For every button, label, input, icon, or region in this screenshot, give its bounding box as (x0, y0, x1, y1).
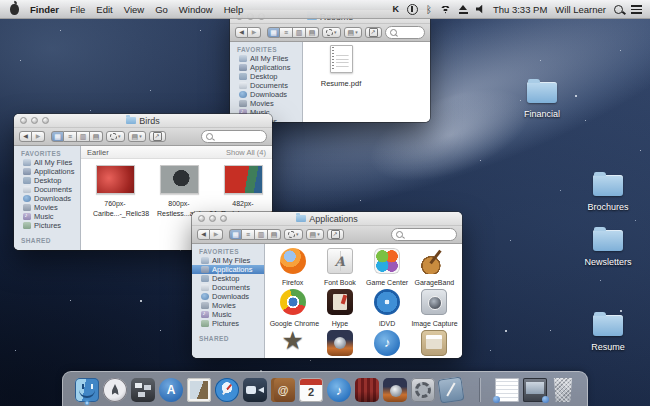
column-view-button[interactable]: ▥ (255, 229, 268, 240)
dock-item-safari[interactable] (215, 376, 240, 402)
dock-item-calendar[interactable] (299, 376, 324, 402)
dock-item-launchpad[interactable] (103, 376, 128, 402)
app-hype[interactable]: Hype (317, 289, 363, 327)
image-file-bird3[interactable]: 482px- Red_Lor...ornea)-6 (221, 165, 265, 218)
volume-icon[interactable] (476, 5, 485, 14)
sidebar-item-all-my-files[interactable]: All My Files (14, 158, 80, 167)
dock-item-photobooth[interactable] (355, 376, 380, 402)
share-button[interactable]: ↗ (365, 27, 382, 38)
menu-bar-clock[interactable]: Thu 3:33 PM (493, 4, 547, 15)
action-button[interactable]: ▾ (322, 27, 341, 38)
sidebar-item-applications[interactable]: Applications (230, 63, 302, 72)
share-button[interactable]: ↗ (327, 229, 344, 240)
arrange-button[interactable]: ▤▾ (306, 229, 324, 240)
forward-button[interactable]: ▶ (32, 131, 45, 142)
notification-center-icon[interactable] (631, 5, 642, 14)
column-view-button[interactable]: ▥ (77, 131, 90, 142)
user-menu[interactable]: Will Learner (555, 4, 606, 15)
zoom-button[interactable] (220, 215, 227, 222)
app-image-capture[interactable]: Image Capture (411, 289, 457, 327)
dock-item-textedit[interactable] (439, 376, 464, 402)
icon-view-button[interactable]: ▦ (51, 131, 64, 142)
sidebar-item-applications[interactable]: Applications (192, 265, 264, 274)
app-imovie[interactable]: iMovie (270, 330, 316, 358)
menu-window[interactable]: Window (179, 4, 213, 15)
sidebar-item-desktop[interactable]: Desktop (14, 176, 80, 185)
app-google-chrome[interactable]: Google Chrome (270, 289, 316, 327)
universal-access-icon[interactable] (407, 4, 418, 15)
action-button[interactable]: ▾ (284, 229, 303, 240)
zoom-button[interactable] (42, 117, 49, 124)
titlebar[interactable]: Applications (192, 212, 462, 226)
wifi-icon[interactable] (440, 5, 451, 14)
app-garageband[interactable]: GarageBand (411, 248, 457, 286)
sidebar-item-downloads[interactable]: Downloads (230, 90, 302, 99)
app-iweb[interactable]: iWeb (411, 330, 457, 358)
menu-finder[interactable]: Finder (30, 4, 59, 15)
sidebar-item-all-my-files[interactable]: All My Files (192, 256, 264, 265)
arrange-button[interactable]: ▤▾ (344, 27, 362, 38)
dock-item-separator[interactable] (467, 376, 492, 402)
sidebar-item-downloads[interactable]: Downloads (14, 194, 80, 203)
dock-item-sysprefs[interactable] (411, 376, 436, 402)
app-itunes[interactable]: iTunes (364, 330, 410, 358)
file-resume-pdf[interactable]: Resume.pdf (317, 45, 365, 88)
sidebar-item-pictures[interactable]: Pictures (192, 319, 264, 328)
list-view-button[interactable]: ≡ (242, 229, 255, 240)
back-button[interactable]: ◀ (235, 27, 248, 38)
coverflow-view-button[interactable]: ▤ (90, 131, 103, 142)
minimize-button[interactable] (31, 117, 38, 124)
titlebar[interactable]: Birds (14, 114, 272, 128)
apple-menu-icon[interactable] (10, 4, 19, 15)
dock-item-itunes[interactable] (327, 376, 352, 402)
column-view-button[interactable]: ▥ (293, 27, 306, 38)
sidebar-item-desktop[interactable]: Desktop (230, 72, 302, 81)
app-iphoto[interactable]: iPhoto (317, 330, 363, 358)
coverflow-view-button[interactable]: ▤ (268, 229, 281, 240)
list-view-button[interactable]: ≡ (64, 131, 77, 142)
share-button[interactable]: ↗ (149, 131, 166, 142)
desktop-folder-financial[interactable]: Financial (510, 82, 574, 119)
search-field[interactable] (391, 228, 457, 241)
show-all-link[interactable]: Show All (4) (226, 148, 266, 157)
dock-item-iphoto[interactable] (383, 376, 408, 402)
search-field[interactable] (201, 130, 267, 143)
dock-item-trash[interactable] (551, 376, 576, 402)
forward-button[interactable]: ▶ (248, 27, 261, 38)
search-field[interactable] (385, 26, 425, 39)
dock-item-appstore[interactable] (159, 376, 184, 402)
action-button[interactable]: ▾ (106, 131, 125, 142)
dock-item-finder[interactable] (75, 376, 100, 402)
sidebar-item-music[interactable]: Music (14, 212, 80, 221)
desktop-folder-newsletters[interactable]: Newsletters (576, 230, 640, 267)
image-file-bird2[interactable]: 800px- Restless...atcher04 (157, 165, 201, 218)
menu-file[interactable]: File (70, 4, 85, 15)
menu-help[interactable]: Help (224, 4, 244, 15)
sidebar-item-documents[interactable]: Documents (192, 283, 264, 292)
icon-view-button[interactable]: ▦ (267, 27, 280, 38)
app-game-center[interactable]: Game Center (364, 248, 410, 286)
sidebar-item-pictures[interactable]: Pictures (14, 221, 80, 230)
eject-icon[interactable] (459, 5, 468, 14)
dock-item-preview[interactable] (187, 376, 212, 402)
spotlight-icon[interactable] (614, 5, 623, 14)
menu-view[interactable]: View (124, 4, 144, 15)
app-idvd[interactable]: iDVD (364, 289, 410, 327)
desktop-folder-resume[interactable]: Resume (576, 315, 640, 352)
list-view-button[interactable]: ≡ (280, 27, 293, 38)
icon-view-button[interactable]: ▦ (229, 229, 242, 240)
coverflow-view-button[interactable]: ▤ (306, 27, 319, 38)
app-firefox[interactable]: Firefox (270, 248, 316, 286)
menu-go[interactable]: Go (155, 4, 168, 15)
dock-item-documents-stack[interactable] (495, 376, 520, 402)
close-button[interactable] (20, 117, 27, 124)
sidebar-item-music[interactable]: Music (192, 310, 264, 319)
menu-edit[interactable]: Edit (96, 4, 112, 15)
image-file-bird1[interactable]: 760px- Caribe...-_Relic38 (93, 165, 137, 218)
sidebar-item-all-my-files[interactable]: All My Files (230, 54, 302, 63)
forward-button[interactable]: ▶ (210, 229, 223, 240)
dock-item-downloads-stack[interactable] (523, 376, 548, 402)
dock-item-missioncontrol[interactable] (131, 376, 156, 402)
sidebar-item-desktop[interactable]: Desktop (192, 274, 264, 283)
sidebar-item-documents[interactable]: Documents (230, 81, 302, 90)
